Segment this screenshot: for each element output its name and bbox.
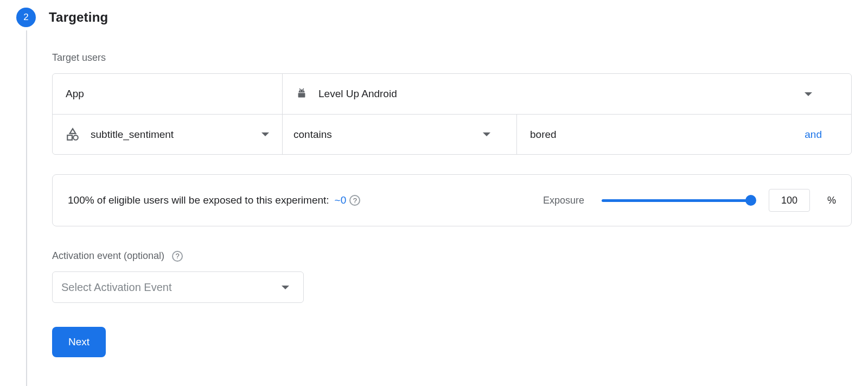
svg-line-1 (299, 88, 300, 90)
exposure-slider[interactable] (602, 195, 751, 206)
category-icon (66, 128, 80, 142)
svg-marker-5 (70, 129, 76, 134)
condition-value-cell[interactable]: bored and (517, 115, 851, 154)
step-number-badge: 2 (16, 8, 36, 27)
target-app-select[interactable]: Level Up Android (283, 74, 851, 114)
exposure-estimate: ~0 (335, 194, 347, 206)
step-header: 2 Targeting (16, 8, 852, 27)
svg-point-3 (300, 91, 301, 92)
target-app-row-label: App (53, 74, 283, 114)
svg-rect-6 (67, 135, 72, 140)
slider-thumb[interactable] (745, 195, 756, 206)
target-condition-row: subtitle_sentiment contains bored and (53, 114, 851, 154)
exposure-panel: 100% of eligible users will be exposed t… (52, 174, 852, 226)
condition-operator-select[interactable]: contains (283, 115, 517, 154)
chevron-down-icon (483, 132, 490, 136)
percent-sign: % (827, 195, 836, 206)
condition-property-select[interactable]: subtitle_sentiment (53, 115, 283, 154)
android-icon (296, 88, 308, 100)
activation-event-select[interactable]: Select Activation Event (52, 271, 304, 303)
step-title: Targeting (49, 10, 108, 25)
chevron-down-icon (805, 92, 812, 96)
condition-operator-value: contains (293, 129, 332, 141)
activation-event-placeholder: Select Activation Event (61, 281, 171, 294)
activation-event-label: Activation event (optional) (52, 250, 164, 262)
help-icon[interactable]: ? (349, 195, 360, 206)
activation-section: Activation event (optional) ? Select Act… (52, 250, 852, 303)
target-app-selected-value: Level Up Android (318, 88, 397, 100)
chevron-down-icon (261, 132, 269, 136)
exposure-summary: 100% of eligible users will be exposed t… (68, 194, 360, 206)
exposure-input[interactable] (769, 189, 810, 212)
svg-rect-0 (298, 93, 305, 97)
help-icon[interactable]: ? (172, 251, 183, 262)
condition-property-value: subtitle_sentiment (91, 129, 251, 141)
svg-point-4 (302, 91, 303, 92)
add-condition-and[interactable]: and (805, 129, 822, 141)
next-button[interactable]: Next (52, 327, 106, 357)
step-connector-line (26, 30, 27, 386)
target-users-label: Target users (52, 52, 852, 64)
svg-point-7 (73, 135, 78, 140)
slider-track (602, 199, 751, 202)
exposure-sentence: 100% of eligible users will be exposed t… (68, 194, 329, 206)
target-users-table: App Level (52, 73, 852, 155)
exposure-label: Exposure (543, 195, 584, 206)
target-app-row: App Level (53, 74, 851, 114)
svg-line-2 (303, 88, 303, 90)
chevron-down-icon (282, 286, 289, 289)
condition-value-text: bored (530, 129, 557, 141)
